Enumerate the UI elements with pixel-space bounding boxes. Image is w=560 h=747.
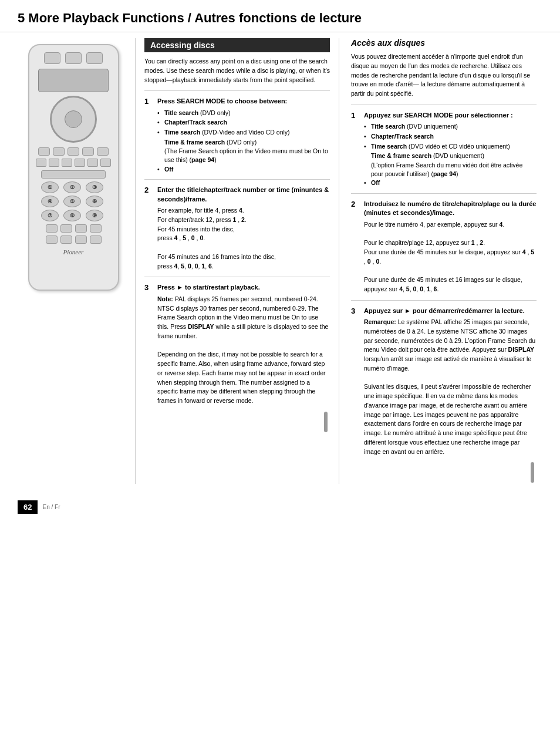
numpad-btn-6: ⑥: [86, 196, 103, 207]
remote-nav-circle: [50, 96, 97, 143]
english-step-2-num: 2: [144, 186, 153, 204]
remote-bottom-row-btn-1: [46, 235, 58, 244]
french-divider-1: [351, 105, 537, 105]
french-step-3-content: Remarque: Le système PAL affiche 25 imag…: [351, 318, 537, 456]
bullet-off: Off: [157, 165, 330, 174]
bullet-time-search: Time search (DVD-Video and Video CD only…: [157, 128, 330, 137]
french-step-1-content: Title search (DVD uniquement) Chapter/Tr…: [351, 122, 537, 187]
french-step-1-bullets: Title search (DVD uniquement) Chapter/Tr…: [364, 122, 537, 150]
french-step-2-title: Introduisez le numéro de titre/chapitre/…: [364, 200, 537, 218]
english-step-1-title: Press SEARCH MODE to choose between:: [157, 97, 287, 106]
french-step-1-num: 1: [351, 111, 359, 120]
fr-bullet-chapter-search: Chapter/Track search: [364, 132, 537, 141]
french-step-3-header: 3 Appuyez sur ► pour démarrer/redémarrer…: [351, 307, 537, 315]
french-column: Accès aux disques Vous pouvez directemen…: [345, 38, 542, 484]
remote-bottom-row-btn-4: [90, 235, 102, 244]
numpad-btn-3: ③: [86, 181, 103, 193]
lang-label: En / Fr: [42, 504, 60, 510]
fr-bullet-title-search: Title search (DVD uniquement): [364, 122, 537, 131]
french-step-3: 3 Appuyez sur ► pour démarrer/redémarrer…: [351, 307, 537, 457]
remote-play-btn-5: [87, 159, 98, 167]
french-step-1-title: Appuyez sur SEARCH MODE pour sélectionne…: [364, 111, 513, 120]
french-step-1-header: 1 Appuyez sur SEARCH MODE pour sélection…: [351, 111, 537, 120]
fr-bullet-off-list: Off: [364, 179, 537, 187]
remote-small-btn-2: [53, 147, 65, 156]
french-intro: Vous pouvez directement accéder à n'impo…: [351, 52, 537, 99]
english-step-1-num: 1: [144, 97, 153, 106]
french-note-content2: lorsqu'un arrêt sur image est activé de …: [364, 355, 531, 372]
english-step-2-header: 2 Enter the title/chapter/track number o…: [144, 186, 330, 204]
french-section-title: Accès aux disques: [351, 38, 537, 48]
remote-play-btn-3: [62, 159, 72, 167]
english-column: Accessing discs You can directly access …: [135, 38, 339, 484]
remote-small-btn-3: [68, 147, 79, 156]
page-footer: 62 En / Fr: [0, 496, 560, 519]
english-scroll-indicator: [324, 412, 328, 432]
numpad-btn-8: ⑧: [63, 210, 81, 221]
bullet-off-list: Off: [157, 165, 330, 174]
bullet-title-search: Title search (DVD only): [157, 109, 330, 117]
french-note-label: Remarque:: [364, 318, 396, 325]
english-step-1: 1 Press SEARCH MODE to choose between: T…: [144, 97, 330, 173]
french-note: Remarque: Le système PAL affiche 25 imag…: [364, 318, 537, 374]
numpad-btn-7: ⑦: [41, 210, 59, 221]
remote-btn-3: [86, 52, 103, 64]
remote-device: ① ② ③ ④ ⑤ ⑥ ⑦ ⑧ ⑨: [28, 44, 119, 291]
fr-sub-frame-note: (L'option Frame Search du menu vidéo doi…: [364, 161, 537, 178]
english-note-label: Note:: [157, 295, 173, 302]
remote-display: [38, 69, 109, 92]
numpad-btn-5: ⑤: [63, 196, 81, 207]
french-step-2-content: Pour le titre numéro 4, par exemple, app…: [351, 220, 537, 294]
french-step-2: 2 Introduisez le numéro de titre/chapitr…: [351, 200, 537, 294]
english-note-display: DISPLAY: [188, 323, 214, 330]
numpad-btn-4: ④: [41, 196, 59, 207]
french-scroll-indicator: [531, 462, 534, 483]
remote-bottom-row-btn-3: [75, 235, 87, 244]
left-column: ① ② ③ ④ ⑤ ⑥ ⑦ ⑧ ⑨: [18, 38, 129, 484]
fr-bullet-off: Off: [364, 179, 537, 187]
pioneer-logo: Pioneer: [63, 248, 84, 255]
main-content: ① ② ③ ④ ⑤ ⑥ ⑦ ⑧ ⑨: [0, 38, 560, 484]
remote-btn-1: [44, 52, 60, 64]
french-step-1: 1 Appuyez sur SEARCH MODE pour sélection…: [351, 111, 537, 187]
remote-special-btn: [41, 170, 106, 179]
page-title: 5 More Playback Functions / Autres fonct…: [0, 0, 560, 32]
remote-bottom-btns: [46, 224, 102, 233]
french-note-extra: Suivant les disques, il peut s'avérer im…: [364, 382, 537, 456]
english-step-3-title: Press ► to start/restart playback.: [157, 283, 260, 292]
english-step-2-title: Enter the title/chapter/track number or …: [157, 186, 330, 204]
remote-play-btn-6: [100, 159, 111, 167]
english-step-1-header: 1 Press SEARCH MODE to choose between:: [144, 97, 330, 106]
english-step-1-bullets: Title search (DVD only) Chapter/Track se…: [157, 109, 330, 137]
remote-bottom-btn-2: [60, 224, 72, 233]
numpad-btn-1: ①: [41, 181, 59, 193]
french-step-3-title: Appuyez sur ► pour démarrer/redémarrer l…: [364, 307, 525, 315]
remote-small-btn-1: [38, 147, 50, 156]
english-step-3: 3 Press ► to start/restart playback. Not…: [144, 283, 330, 405]
remote-play-btn-4: [75, 159, 85, 167]
english-step-2-content: For example, for title 4, press 4. For c…: [144, 206, 330, 271]
french-divider-3: [351, 300, 537, 301]
remote-small-btn-4: [82, 147, 94, 156]
french-step-2-num: 2: [351, 200, 359, 218]
english-divider-3: [144, 277, 330, 277]
french-note-display: DISPLAY: [508, 346, 535, 353]
remote-play-btn-2: [49, 159, 59, 167]
fr-bullet-time-search: Time search (DVD vidéo et CD vidéo uniqu…: [364, 142, 537, 151]
fr-sub-time-frame: Time & frame search (DVD uniquement): [364, 152, 537, 160]
english-step-3-header: 3 Press ► to start/restart playback.: [144, 283, 330, 292]
french-step-2-header: 2 Introduisez le numéro de titre/chapitr…: [351, 200, 537, 218]
numpad-btn-9: ⑨: [86, 210, 103, 221]
numpad-btn-2: ②: [63, 181, 81, 193]
sub-time-frame: Time & frame search (DVD only): [157, 138, 330, 147]
english-divider-2: [144, 179, 330, 180]
english-section-title: Accessing discs: [144, 38, 330, 52]
bullet-chapter-search: Chapter/Track search: [157, 118, 330, 127]
french-step-3-num: 3: [351, 307, 359, 315]
english-step-1-content: Title search (DVD only) Chapter/Track se…: [144, 109, 330, 174]
remote-nav-inner: [65, 110, 82, 128]
page-number: 62: [18, 500, 38, 514]
remote-mid-buttons: [38, 147, 109, 156]
english-step-2: 2 Enter the title/chapter/track number o…: [144, 186, 330, 271]
english-note: Note: PAL displays 25 frames per second,…: [157, 295, 330, 341]
